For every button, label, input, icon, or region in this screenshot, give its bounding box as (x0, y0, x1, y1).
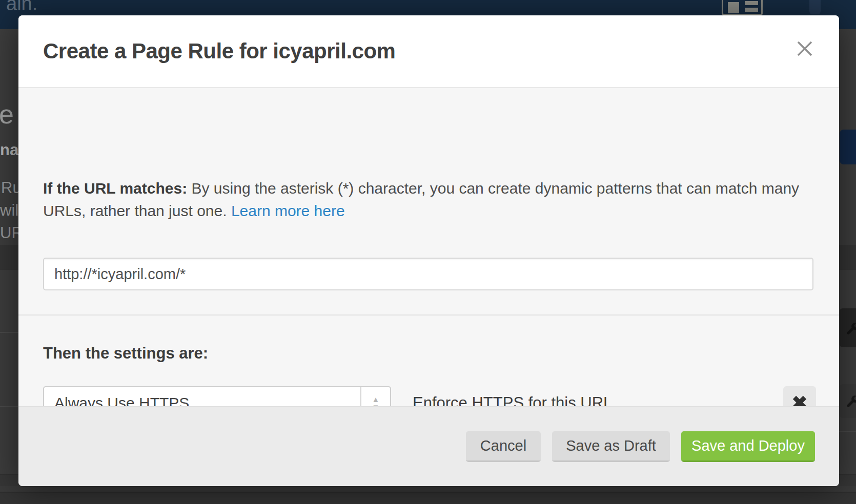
cancel-button[interactable]: Cancel (466, 431, 541, 462)
section-divider (18, 314, 839, 316)
breadcrumb-fragment: ain. (6, 0, 37, 15)
background-bottom-strip (0, 486, 856, 504)
url-pattern-input[interactable] (43, 258, 813, 290)
wrench-icon (844, 321, 856, 337)
settings-heading: Then the settings are: (43, 344, 208, 363)
dialog-header: Create a Page Rule for icyapril.com (18, 15, 839, 88)
background-edit-rule-button[interactable] (840, 308, 856, 347)
layout-view-icon-bar (745, 1, 758, 5)
dialog-footer: Cancel Save as Draft Save and Deploy (18, 406, 839, 486)
background-footer-band (0, 493, 856, 504)
nav-partial-icon (809, 0, 821, 14)
background-heading-fragment: e (0, 99, 14, 130)
create-page-rule-dialog: Create a Page Rule for icyapril.com If t… (18, 15, 839, 486)
background-table-header-band (839, 245, 856, 270)
learn-more-link[interactable]: Learn more here (231, 202, 345, 219)
layout-view-icon[interactable] (722, 0, 763, 15)
background-row-divider (839, 431, 856, 432)
close-icon (795, 39, 814, 58)
url-match-label: If the URL matches: (43, 180, 187, 197)
background-row-divider (0, 406, 18, 407)
background-blue-button-fragment (840, 130, 856, 164)
background-edit-rule-button[interactable] (840, 384, 856, 418)
layout-view-icon-square (728, 2, 739, 13)
layout-view-icon-bar (745, 8, 758, 12)
url-match-description: If the URL matches: By using the asteris… (43, 177, 809, 222)
wrench-icon (844, 394, 856, 409)
dialog-body: If the URL matches: By using the asteris… (18, 89, 839, 422)
background-row-divider (0, 332, 18, 333)
close-button[interactable] (791, 35, 818, 62)
spinner-up-icon: ▲ (372, 395, 380, 403)
background-table-header-band (0, 245, 18, 270)
save-deploy-button[interactable]: Save and Deploy (681, 431, 815, 462)
dialog-title: Create a Page Rule for icyapril.com (43, 39, 395, 64)
save-draft-button[interactable]: Save as Draft (552, 431, 670, 462)
